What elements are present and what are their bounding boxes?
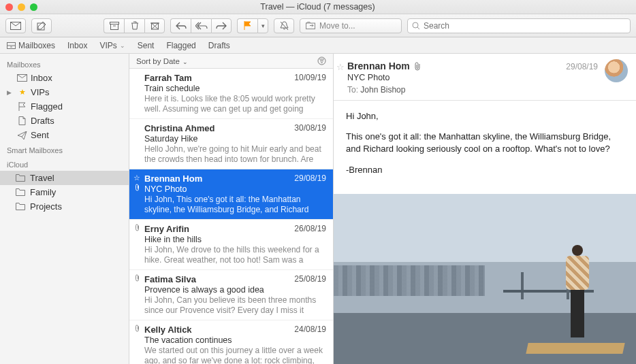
row-preview: Hello John, we're going to hit Muir earl… bbox=[144, 144, 326, 165]
flag-menu-button[interactable]: ▾ bbox=[257, 18, 268, 33]
archive-group bbox=[104, 18, 165, 33]
svg-point-9 bbox=[413, 22, 418, 28]
row-preview: Here it is. Looks like the 8:05 would wo… bbox=[144, 94, 326, 114]
row-date: 29/08/19 bbox=[294, 173, 326, 184]
favbar-inbox-label: Inbox bbox=[67, 41, 87, 50]
reader-body: Hi John, This one's got it all: the Manh… bbox=[334, 101, 636, 194]
skyline-graphic bbox=[334, 265, 485, 296]
get-mail-button[interactable] bbox=[5, 18, 26, 33]
sidebar-item-label: Travel bbox=[30, 173, 54, 183]
sidebar-item-label: Inbox bbox=[31, 73, 52, 83]
reply-all-icon bbox=[195, 22, 208, 30]
sidebar-item-projects[interactable]: Projects bbox=[0, 199, 129, 214]
junk-icon bbox=[150, 21, 159, 30]
window-title: Travel — iCloud (7 messages) bbox=[37, 2, 598, 12]
row-from: Christina Ahmed bbox=[144, 123, 215, 133]
attachment-image[interactable] bbox=[334, 194, 636, 364]
favbar-drafts[interactable]: Drafts bbox=[208, 41, 230, 50]
flag-button[interactable] bbox=[237, 18, 257, 33]
junk-button[interactable] bbox=[144, 18, 165, 33]
move-to-label: Move to... bbox=[319, 21, 355, 31]
sidebar-item-label: VIPs bbox=[31, 87, 49, 97]
row-date: 30/08/19 bbox=[294, 123, 326, 133]
disclosure-icon[interactable]: ▶ bbox=[7, 89, 14, 96]
favbar-flagged[interactable]: Flagged bbox=[166, 41, 195, 50]
favbar-sent[interactable]: Sent bbox=[138, 41, 155, 50]
reply-icon bbox=[176, 22, 187, 30]
zoom-window-button[interactable] bbox=[30, 3, 37, 11]
favbar-inbox[interactable]: Inbox bbox=[67, 41, 87, 50]
message-row[interactable]: ☆Brennan Hom29/08/19NYC PhotoHi John, Th… bbox=[129, 169, 333, 220]
message-row[interactable]: Erny Arifin26/08/19Hike in the hillsHi J… bbox=[129, 220, 333, 270]
chevron-down-icon: ▾ bbox=[261, 22, 265, 29]
row-gutter: ☆ bbox=[132, 173, 142, 191]
sidebar: Mailboxes Inbox ▶ ★ VIPs Flagged Drafts … bbox=[0, 54, 129, 364]
paperclip-icon bbox=[134, 224, 140, 231]
favbar-drafts-label: Drafts bbox=[208, 41, 230, 50]
row-date: 25/08/19 bbox=[294, 274, 326, 284]
sidebar-item-travel[interactable]: Travel bbox=[0, 171, 129, 185]
search-field[interactable] bbox=[407, 18, 631, 33]
paperclip-icon bbox=[134, 274, 140, 282]
reply-button[interactable] bbox=[170, 18, 191, 33]
sidebar-item-label: Projects bbox=[30, 201, 62, 212]
row-from: Kelly Altick bbox=[144, 325, 192, 335]
star-outline-icon[interactable]: ☆ bbox=[336, 62, 345, 72]
sidebar-item-family[interactable]: Family bbox=[0, 185, 129, 199]
star-icon: ★ bbox=[17, 88, 27, 97]
message-row[interactable]: Fatima Silva25/08/19Provence is always a… bbox=[129, 270, 333, 320]
row-subject: Hike in the hills bbox=[144, 235, 326, 244]
favbar-mailboxes[interactable]: Mailboxes bbox=[7, 41, 55, 50]
reply-all-button[interactable] bbox=[191, 18, 211, 33]
sidebar-item-flagged[interactable]: Flagged bbox=[0, 99, 129, 114]
row-preview: Hi John, This one's got it all: the Manh… bbox=[144, 195, 326, 215]
mute-button[interactable] bbox=[274, 18, 294, 33]
delete-button[interactable] bbox=[124, 18, 144, 33]
move-to-button[interactable]: Move to... bbox=[300, 18, 402, 33]
favbar-mailboxes-label: Mailboxes bbox=[18, 41, 55, 50]
message-row[interactable]: Farrah Tam10/09/19Train scheduleHere it … bbox=[129, 69, 333, 119]
sidebar-item-sent[interactable]: Sent bbox=[0, 128, 129, 142]
avatar bbox=[605, 59, 628, 82]
flag-icon bbox=[244, 21, 252, 30]
search-icon bbox=[412, 22, 420, 30]
message-row[interactable]: Christina Ahmed30/08/19Saturday HikeHell… bbox=[129, 119, 333, 169]
trash-icon bbox=[131, 21, 139, 30]
folder-icon bbox=[15, 174, 25, 182]
close-window-button[interactable] bbox=[5, 3, 13, 11]
chevron-down-icon: ⌄ bbox=[120, 42, 125, 49]
sidebar-item-label: Sent bbox=[31, 130, 49, 140]
sidebar-item-vips[interactable]: ▶ ★ VIPs bbox=[0, 85, 129, 99]
sidebar-item-inbox[interactable]: Inbox bbox=[0, 71, 129, 85]
favbar-sent-label: Sent bbox=[138, 41, 155, 50]
reader-pane: ☆ Brennan Hom 29/08/19 NYC Photo To: Joh… bbox=[334, 54, 636, 364]
reader-header: ☆ Brennan Hom 29/08/19 NYC Photo To: Joh… bbox=[334, 54, 636, 101]
compose-button[interactable] bbox=[31, 18, 52, 33]
svg-rect-8 bbox=[306, 23, 315, 29]
sidebar-item-drafts[interactable]: Drafts bbox=[0, 114, 129, 128]
star-outline-icon: ☆ bbox=[133, 173, 140, 182]
forward-button[interactable] bbox=[211, 18, 232, 33]
paperclip-icon bbox=[134, 184, 140, 191]
row-preview: We started out on this journey a little … bbox=[144, 346, 326, 364]
archive-button[interactable] bbox=[104, 18, 124, 33]
favbar-vips[interactable]: VIPs⌄ bbox=[99, 41, 125, 50]
row-subject: Train schedule bbox=[144, 84, 326, 93]
filter-button[interactable] bbox=[317, 56, 326, 65]
row-subject: The vacation continues bbox=[144, 335, 326, 345]
paperclip-icon bbox=[414, 62, 422, 71]
search-input[interactable] bbox=[424, 21, 626, 31]
to-name: John Bishop bbox=[360, 85, 405, 95]
sort-button[interactable]: Sort by Date⌄ bbox=[136, 57, 188, 65]
row-date: 26/08/19 bbox=[294, 224, 326, 234]
svg-line-10 bbox=[417, 27, 419, 29]
favbar-flagged-label: Flagged bbox=[166, 41, 195, 50]
message-row[interactable]: Kelly Altick24/08/19The vacation continu… bbox=[129, 320, 333, 364]
minimize-window-button[interactable] bbox=[18, 3, 25, 11]
compose-icon bbox=[37, 21, 46, 31]
folder-icon bbox=[15, 203, 25, 210]
sidebar-header-mailboxes: Mailboxes bbox=[0, 56, 129, 71]
row-date: 24/08/19 bbox=[294, 325, 326, 335]
body-sign: -Brennan bbox=[346, 164, 624, 176]
row-subject: Provence is always a good idea bbox=[144, 285, 326, 295]
